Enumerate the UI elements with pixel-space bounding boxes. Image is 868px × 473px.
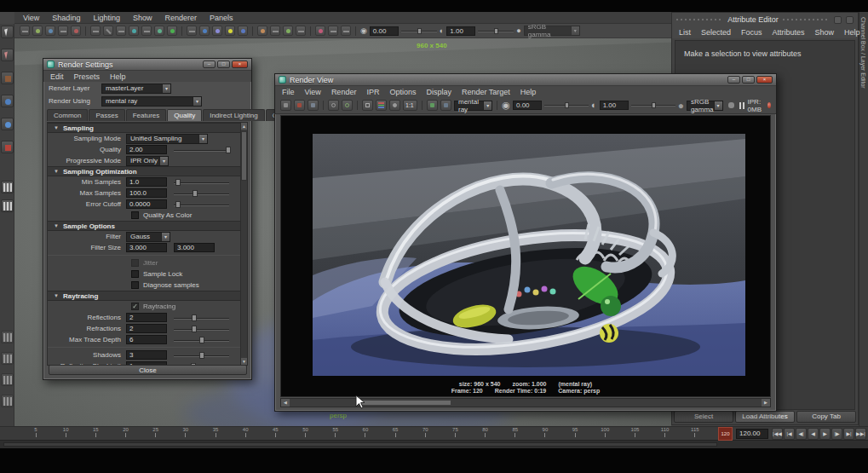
jitter-checkbox[interactable] bbox=[131, 259, 139, 267]
screen-space-ao-icon[interactable] bbox=[257, 26, 267, 36]
bookmark-icon[interactable] bbox=[58, 26, 68, 36]
quality-as-color-checkbox[interactable] bbox=[131, 211, 139, 219]
menu-attributes[interactable]: Attributes bbox=[773, 28, 805, 37]
time-ruler[interactable]: 5 10 15 20 25 30 35 40 45 50 55 60 65 70… bbox=[29, 427, 702, 441]
refractions-field[interactable]: 2 bbox=[126, 324, 167, 333]
scrollbar-thumb[interactable] bbox=[356, 400, 451, 406]
film-gate-icon[interactable] bbox=[116, 26, 126, 36]
menu-show[interactable]: Show bbox=[133, 14, 152, 22]
scroll-down-icon[interactable]: ▼ bbox=[241, 358, 247, 365]
min-samples-field[interactable]: 1.0 bbox=[126, 177, 167, 187]
render-view-horizontal-scrollbar[interactable]: ◀ ▶ bbox=[280, 398, 771, 407]
resolution-gate-icon[interactable] bbox=[129, 26, 139, 36]
move-tool[interactable] bbox=[1, 95, 14, 107]
single-pane-layout-button[interactable] bbox=[1, 181, 14, 193]
min-samples-slider[interactable] bbox=[174, 178, 229, 187]
menu-display[interactable]: Display bbox=[426, 88, 451, 96]
viewport-exposure-slider[interactable] bbox=[401, 27, 437, 35]
menu-presets[interactable]: Presets bbox=[74, 72, 101, 81]
joints-xray-icon[interactable] bbox=[341, 26, 351, 36]
error-cutoff-slider[interactable] bbox=[174, 200, 229, 209]
contrast-field[interactable]: 1.00 bbox=[600, 101, 629, 110]
pause-ipr-icon[interactable] bbox=[739, 102, 744, 109]
menu-help[interactable]: Help bbox=[110, 72, 126, 81]
sampling-section-header[interactable]: ▼ Sampling bbox=[48, 123, 241, 133]
rgb-channels-icon[interactable] bbox=[376, 100, 387, 111]
lock-camera-icon[interactable] bbox=[32, 26, 43, 36]
menu-edit[interactable]: Edit bbox=[50, 72, 64, 81]
menu-lighting[interactable]: Lighting bbox=[93, 14, 120, 22]
layout-shortcut-button[interactable] bbox=[1, 352, 14, 365]
layout-shortcut-button[interactable] bbox=[1, 395, 14, 407]
alpha-channel-icon[interactable] bbox=[389, 100, 400, 111]
filter-dropdown[interactable]: Gauss ▾ bbox=[126, 232, 170, 242]
scrollbar-thumb[interactable] bbox=[241, 131, 247, 181]
sample-options-section-header[interactable]: ▼ Sample Options bbox=[48, 221, 241, 231]
reflections-field[interactable]: 2 bbox=[126, 313, 167, 322]
camera-attributes-icon[interactable] bbox=[45, 26, 55, 36]
scroll-up-icon[interactable]: ▲ bbox=[241, 123, 247, 130]
menu-help[interactable]: Help bbox=[844, 28, 860, 37]
2d-pan-zoom-icon[interactable] bbox=[90, 26, 101, 36]
shadows-slider[interactable] bbox=[174, 351, 229, 360]
copy-tab-button[interactable]: Copy Tab bbox=[796, 411, 856, 423]
color-management-prefs-icon[interactable] bbox=[726, 100, 737, 111]
tab-passes[interactable]: Passes bbox=[89, 109, 124, 121]
tab-common[interactable]: Common bbox=[47, 109, 88, 121]
contrast-slider[interactable] bbox=[631, 101, 675, 109]
scroll-right-icon[interactable]: ▶ bbox=[762, 399, 770, 407]
play-forwards-button[interactable]: ▶ bbox=[819, 428, 831, 440]
exposure-slider[interactable] bbox=[544, 101, 589, 109]
menu-view[interactable]: View bbox=[305, 88, 321, 96]
channel-box-vertical-tab[interactable]: Channel Box / Layer Editor bbox=[860, 17, 866, 89]
maximize-button[interactable]: □ bbox=[217, 61, 230, 68]
menu-options[interactable]: Options bbox=[389, 88, 416, 96]
rotate-tool[interactable] bbox=[1, 118, 14, 130]
menu-selected[interactable]: Selected bbox=[701, 28, 731, 37]
quality-slider[interactable] bbox=[174, 146, 229, 154]
time-slider[interactable]: 5 10 15 20 25 30 35 40 45 50 55 60 65 70… bbox=[0, 426, 868, 441]
motion-blur-icon[interactable] bbox=[270, 26, 280, 36]
close-button[interactable]: Close bbox=[49, 365, 247, 375]
progressive-mode-dropdown[interactable]: IPR Only ▾ bbox=[126, 156, 169, 166]
tab-quality[interactable]: Quality bbox=[167, 109, 202, 121]
diagnose-samples-checkbox[interactable] bbox=[131, 281, 139, 289]
max-trace-depth-slider[interactable] bbox=[174, 336, 229, 344]
select-camera-icon[interactable] bbox=[20, 26, 30, 36]
channel-box-tab-strip[interactable]: Channel Box / Layer Editor bbox=[859, 12, 868, 448]
render-settings-titlebar[interactable]: Render Settings – □ × bbox=[43, 59, 251, 71]
refresh-ipr-icon[interactable] bbox=[342, 100, 353, 111]
menu-list[interactable]: List bbox=[679, 28, 691, 37]
viewport-exposure-field[interactable]: 0.00 bbox=[370, 26, 399, 36]
gate-mask-icon[interactable] bbox=[141, 26, 152, 36]
image-plane-icon[interactable] bbox=[71, 26, 81, 36]
grease-pencil-icon[interactable] bbox=[103, 26, 113, 36]
exposure-field[interactable]: 0.00 bbox=[513, 101, 542, 110]
close-window-button[interactable]: × bbox=[756, 76, 773, 84]
range-slider-bar[interactable] bbox=[3, 442, 717, 447]
scale-tool[interactable] bbox=[1, 141, 14, 153]
close-window-button[interactable]: × bbox=[232, 61, 248, 68]
xray-icon[interactable] bbox=[328, 26, 338, 36]
layout-shortcut-button[interactable] bbox=[1, 373, 14, 386]
isolate-select-icon[interactable] bbox=[315, 26, 325, 36]
quality-field[interactable]: 2.00 bbox=[126, 145, 167, 154]
tab-indirect-lighting[interactable]: Indirect Lighting bbox=[203, 109, 264, 121]
multisampling-icon[interactable] bbox=[283, 26, 293, 36]
render-settings-scrollbar[interactable]: ▲ ▼ bbox=[240, 122, 248, 366]
go-to-end-button[interactable]: ▶▶| bbox=[855, 428, 866, 440]
wireframe-icon[interactable] bbox=[187, 26, 197, 36]
reflections-slider[interactable] bbox=[174, 314, 229, 322]
contrast-icon[interactable]: ◐ bbox=[591, 101, 597, 110]
minimize-button[interactable]: – bbox=[727, 76, 740, 84]
color-profile-dropdown[interactable]: sRGB gamma ▾ bbox=[687, 101, 723, 111]
stop-ipr-icon[interactable] bbox=[767, 102, 771, 108]
menu-view[interactable]: View bbox=[23, 14, 39, 22]
viewport-gamma-slider[interactable] bbox=[478, 27, 514, 35]
filter-size-x-field[interactable]: 3.000 bbox=[126, 243, 167, 252]
remove-image-icon[interactable] bbox=[440, 100, 451, 111]
filter-size-y-field[interactable]: 3.000 bbox=[174, 243, 215, 252]
sampling-mode-dropdown[interactable]: Unified Sampling ▾ bbox=[126, 134, 208, 144]
play-backwards-button[interactable]: ◀ bbox=[808, 428, 819, 440]
keep-image-icon[interactable] bbox=[427, 100, 438, 111]
